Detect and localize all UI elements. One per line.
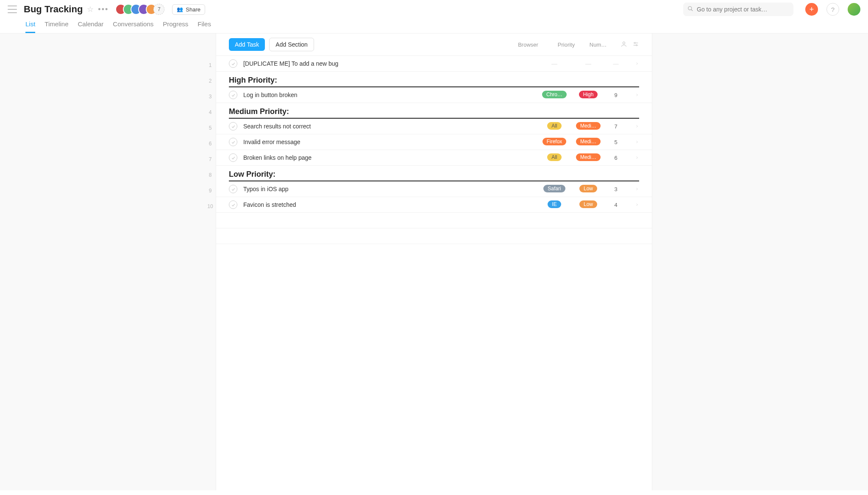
task-row[interactable]: Favicon is stretchedIELow4 [216,197,652,213]
row-number: 3 [204,89,216,104]
svg-point-4 [634,42,636,44]
open-task-details-icon[interactable] [626,201,639,208]
task-name[interactable]: Invalid error message [243,139,537,145]
open-task-details-icon[interactable] [626,154,639,161]
cell-browser[interactable]: Safari [537,185,571,194]
cell-number[interactable]: 7 [605,123,626,130]
view-tabs: ListTimelineCalendarConversationsProgres… [0,16,868,33]
search-input[interactable] [683,3,793,16]
cell-number[interactable]: 9 [605,92,626,98]
empty-row[interactable] [216,228,652,244]
task-row[interactable]: Typos in iOS appSafariLow3 [216,181,652,197]
open-task-details-icon[interactable] [626,92,639,98]
task-row[interactable]: Log in button brokenChro…High9 [216,87,652,103]
task-name[interactable]: Broken links on help page [243,154,537,161]
cell-priority[interactable]: High [571,91,605,100]
tab-list[interactable]: List [25,20,35,33]
cell-browser[interactable]: Firefox [537,138,571,147]
section-row: Medium Priority: [216,103,652,119]
member-avatars[interactable]: 7 [115,4,164,15]
current-user-avatar[interactable] [848,3,860,16]
tab-timeline[interactable]: Timeline [45,20,68,33]
complete-task-checkbox[interactable] [229,153,237,162]
person-filter-icon[interactable] [620,41,627,49]
row-number: 1 [204,57,216,73]
complete-task-checkbox[interactable] [229,59,237,68]
cell-number[interactable]: — [605,61,626,67]
tab-conversations[interactable]: Conversations [113,20,153,33]
cell-number[interactable]: 4 [605,202,626,208]
section-title[interactable]: High Priority: [229,76,639,87]
open-task-details-icon[interactable] [626,186,639,192]
column-header-number[interactable]: Num… [587,42,609,48]
task-name[interactable]: Search results not correct [243,123,537,130]
row-number: 2 [204,73,216,89]
open-task-details-icon[interactable] [626,123,639,130]
cell-browser[interactable]: — [537,60,571,67]
add-section-button[interactable]: Add Section [269,38,314,51]
empty-row[interactable] [216,213,652,228]
section-title[interactable]: Medium Priority: [229,107,639,119]
task-name[interactable]: [DUPLICATE ME] To add a new bug [243,60,537,67]
cell-browser[interactable]: Chro… [537,91,571,100]
task-row[interactable]: Broken links on help pageAllMedi…6 [216,150,652,166]
hamburger-menu-icon[interactable] [8,6,17,13]
share-button[interactable]: 👥 Share [172,4,205,15]
open-task-details-icon[interactable] [626,139,639,145]
svg-point-0 [688,6,692,10]
cell-priority[interactable]: Medi… [571,122,605,131]
priority-pill: High [579,91,598,98]
tab-files[interactable]: Files [198,20,211,33]
cell-priority[interactable]: Medi… [571,153,605,162]
cell-priority[interactable]: Low [571,185,605,194]
section-row: High Priority: [216,72,652,87]
add-task-button[interactable]: Add Task [229,38,265,51]
cell-priority[interactable]: — [571,60,605,67]
cell-priority[interactable]: Low [571,200,605,209]
browser-pill: IE [548,200,561,208]
task-row[interactable]: Invalid error messageFirefoxMedi…5 [216,134,652,150]
cell-browser[interactable]: IE [537,200,571,209]
more-actions-icon[interactable]: ••• [98,5,108,14]
task-name[interactable]: Favicon is stretched [243,201,537,208]
row-number: 10 [204,198,216,214]
section-title[interactable]: Low Priority: [229,170,639,181]
empty-value: — [585,60,591,67]
complete-task-checkbox[interactable] [229,185,237,193]
svg-point-2 [623,42,625,44]
task-name[interactable]: Log in button broken [243,92,537,98]
column-header-browser[interactable]: Browser [511,42,545,48]
row-number: 7 [204,151,216,167]
cell-number[interactable]: 6 [605,155,626,161]
complete-task-checkbox[interactable] [229,91,237,99]
project-title[interactable]: Bug Tracking [24,4,83,15]
svg-point-6 [636,44,637,46]
priority-pill: Low [579,200,597,208]
star-icon[interactable]: ☆ [87,5,94,14]
complete-task-checkbox[interactable] [229,200,237,209]
help-button[interactable]: ? [826,3,839,16]
filter-settings-icon[interactable] [632,41,639,49]
tab-calendar[interactable]: Calendar [78,20,103,33]
complete-task-checkbox[interactable] [229,122,237,131]
member-overflow-count[interactable]: 7 [153,4,164,15]
task-name[interactable]: Typos in iOS app [243,186,537,192]
tab-progress[interactable]: Progress [163,20,188,33]
row-number: 4 [204,104,216,120]
cell-browser[interactable]: All [537,122,571,131]
search-icon [687,6,693,13]
cell-priority[interactable]: Medi… [571,138,605,147]
task-row[interactable]: Search results not correctAllMedi…7 [216,119,652,134]
cell-number[interactable]: 3 [605,186,626,192]
global-add-button[interactable]: + [805,3,818,16]
column-header-priority[interactable]: Priority [549,42,583,48]
cell-number[interactable]: 5 [605,139,626,145]
row-number: 8 [204,167,216,183]
share-label: Share [186,6,200,13]
task-row[interactable]: [DUPLICATE ME] To add a new bug——— [216,56,652,72]
cell-browser[interactable]: All [537,153,571,162]
row-number: 5 [204,120,216,136]
browser-pill: Chro… [542,91,567,98]
complete-task-checkbox[interactable] [229,138,237,146]
open-task-details-icon[interactable] [626,60,639,67]
